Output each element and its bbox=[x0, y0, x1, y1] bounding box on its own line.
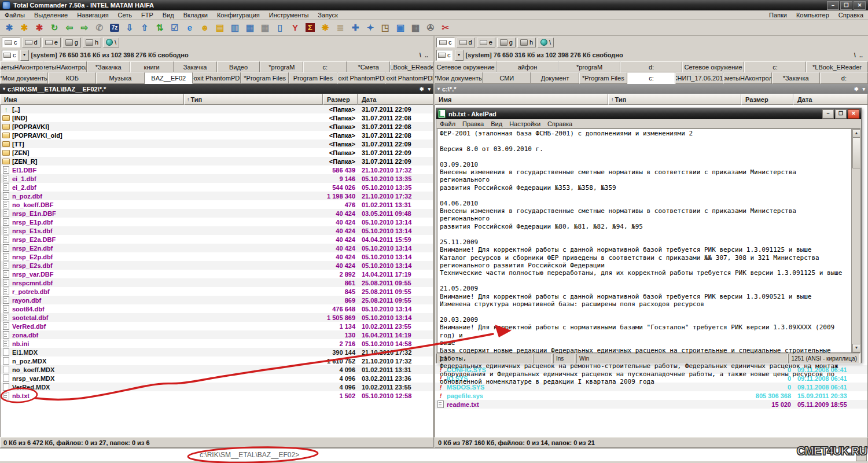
toolbar-icon[interactable]: ≣ bbox=[333, 21, 347, 35]
column-header[interactable]: Имя bbox=[0, 94, 184, 105]
menu-item[interactable]: Инструменты bbox=[264, 12, 314, 19]
folder-tab[interactable]: СНИП_17.06.2011 bbox=[675, 72, 723, 84]
window-control-button[interactable]: ❐ bbox=[840, 1, 852, 10]
toolbar-icon[interactable]: ✂ bbox=[439, 21, 453, 35]
drive-button[interactable]: e bbox=[477, 38, 495, 47]
akelpad-minimize-button[interactable]: – bbox=[822, 109, 834, 119]
file-row[interactable]: nrsp_E2p.dbf 40 424 05.10.2010 13:14 bbox=[1, 252, 433, 261]
file-row[interactable]: [ZEN_R] <Папка> 31.07.2011 22:09 bbox=[1, 157, 433, 166]
window-control-button[interactable]: – bbox=[827, 1, 839, 10]
scroll-down-icon[interactable]: ▼ bbox=[852, 344, 860, 352]
file-row[interactable]: readme.txt 15 020 05.11.2009 18:55 bbox=[435, 400, 867, 409]
file-row[interactable]: ei_2.dbf 544 026 05.10.2010 13:35 bbox=[1, 183, 433, 192]
toolbar-icon[interactable]: ▦ bbox=[409, 21, 422, 35]
folder-tab[interactable]: Foxit PhantomPDF bbox=[193, 72, 241, 84]
drive-combo[interactable]: c bbox=[436, 50, 453, 61]
drive-button[interactable]: h bbox=[517, 38, 536, 47]
toolbar-icon[interactable]: ☻ bbox=[198, 21, 212, 35]
menu-item[interactable]: Файл bbox=[436, 120, 459, 127]
menu-item[interactable]: Сеть bbox=[113, 12, 137, 19]
scrollbar-thumb[interactable] bbox=[852, 137, 860, 168]
file-row[interactable]: rayon.dbf 869 25.08.2011 09:55 bbox=[1, 296, 433, 304]
toolbar-icon[interactable]: ✆ bbox=[93, 21, 106, 35]
akelpad-scrollbar[interactable]: ▲ ▼ bbox=[851, 129, 860, 352]
path-menu-icon[interactable]: ▾ bbox=[428, 86, 431, 92]
toolbar-icon[interactable]: ✦ bbox=[363, 21, 377, 35]
file-row[interactable]: Ei1.MDX 390 144 21.10.2010 17:32 bbox=[1, 348, 433, 357]
folder-tab[interactable]: *Смета bbox=[347, 61, 390, 72]
akelpad-close-button[interactable]: ✕ bbox=[848, 109, 859, 119]
folder-tab[interactable]: *Закачка bbox=[87, 61, 130, 72]
toolbar-icon[interactable]: ✇ bbox=[424, 21, 437, 35]
drive-button[interactable]: g bbox=[497, 38, 516, 47]
drive-button[interactable]: e bbox=[42, 38, 61, 47]
menu-item[interactable]: Справка bbox=[544, 120, 576, 127]
drive-combo-caret-icon[interactable]: ▾ bbox=[455, 50, 464, 61]
folder-tab[interactable]: айфон bbox=[496, 61, 558, 72]
file-row[interactable]: nrsp_E1n.DBF 40 424 03.05.2011 09:48 bbox=[1, 209, 433, 218]
folder-tab[interactable]: КОБ bbox=[48, 72, 96, 84]
file-row[interactable]: nrsp_E2a.DBF 40 424 04.04.2011 15:59 bbox=[1, 235, 433, 244]
drive-combo-caret-icon[interactable]: ▾ bbox=[20, 50, 29, 61]
root-button[interactable]: \ bbox=[420, 52, 421, 58]
window-control-button[interactable]: ✕ bbox=[854, 1, 866, 10]
folder-tab[interactable]: СМИ bbox=[483, 72, 531, 84]
file-row[interactable]: soot84.dbf 476 648 05.10.2010 13:14 bbox=[1, 304, 433, 313]
column-header[interactable]: ↑ Тип bbox=[184, 94, 323, 105]
akelpad-titlebar[interactable]: nb.txt - AkelPad – ❐ ✕ bbox=[436, 108, 861, 119]
akelpad-maximize-button[interactable]: ❐ bbox=[835, 109, 847, 119]
file-row[interactable]: no_koeff.MDX 4 096 01.02.2011 13:31 bbox=[1, 365, 433, 374]
file-row[interactable]: r_potreb.dbf 845 25.08.2011 09:55 bbox=[1, 287, 433, 296]
column-header[interactable]: Размер bbox=[323, 94, 358, 105]
folder-tab[interactable]: *LBook_EReader bbox=[806, 61, 868, 72]
path-star-icon[interactable]: ✱ bbox=[854, 86, 859, 92]
menu-item[interactable]: Навигация bbox=[72, 12, 113, 19]
left-pathbar[interactable]: ▾ c:\RIK\SM__ETAL\BAZ__EF02\*.* ✱ ▾ bbox=[0, 84, 433, 94]
toolbar-icon[interactable]: ❋ bbox=[318, 21, 332, 35]
folder-tab[interactable]: d: bbox=[820, 72, 868, 84]
folder-tab[interactable]: Foxit PhantomPDF bbox=[337, 72, 385, 84]
file-row[interactable]: nrsp_E1s.dbf 40 424 05.10.2010 13:14 bbox=[1, 226, 433, 235]
file-row[interactable]: [TT] <Папка> 31.07.2011 22:09 bbox=[1, 139, 433, 148]
file-row[interactable]: n_poz.dbf 1 198 340 21.10.2010 17:32 bbox=[1, 192, 433, 200]
folder-tab[interactable]: сметыНАконтроле bbox=[43, 61, 87, 72]
folder-tab[interactable]: c: bbox=[627, 72, 675, 84]
drive-button[interactable]: c bbox=[436, 38, 455, 47]
file-row[interactable]: nb.ini 2 716 05.10.2010 14:58 bbox=[1, 339, 433, 348]
file-row[interactable]: zona.dbf 130 16.04.2011 14:19 bbox=[1, 330, 433, 339]
menu-item[interactable]: Справка bbox=[834, 12, 868, 19]
toolbar-icon[interactable]: e bbox=[183, 21, 197, 35]
path-dropdown-icon[interactable]: ▾ bbox=[437, 86, 440, 91]
file-row[interactable]: VerRed.dbf 1 134 10.02.2011 23:55 bbox=[1, 322, 433, 330]
file-row[interactable]: [POPRAVKI] <Папка> 31.07.2011 22:08 bbox=[1, 122, 433, 131]
folder-tab[interactable]: *сметыНАконтроле bbox=[0, 61, 43, 72]
toolbar-icon[interactable]: ▥ bbox=[228, 21, 242, 35]
toolbar-icon[interactable]: ⇨ bbox=[78, 21, 91, 35]
toolbar-icon[interactable]: ✱ bbox=[32, 21, 46, 35]
folder-tab[interactable]: *Мои документы bbox=[0, 72, 48, 84]
right-pathbar[interactable]: ▾ c:\*.* ✱ ▾ bbox=[435, 84, 868, 94]
file-row[interactable]: n_poz.MDX 1 610 752 21.10.2010 17:32 bbox=[1, 357, 433, 365]
folder-tab[interactable]: *сметыНАконтроле bbox=[723, 72, 771, 84]
drive-button[interactable]: d bbox=[22, 38, 41, 47]
menu-item[interactable]: Файлы bbox=[0, 12, 30, 19]
column-header[interactable]: Дата bbox=[793, 94, 868, 105]
root-button[interactable]: \ bbox=[854, 52, 856, 58]
file-row[interactable]: no_koeff.DBF 476 01.02.2011 13:31 bbox=[1, 200, 433, 209]
file-row[interactable]: pagefile.sys 805 306 368 15.09.2011 20:3… bbox=[435, 391, 867, 400]
drive-button[interactable]: h bbox=[83, 38, 101, 47]
folder-tab[interactable]: BAZ__EF02 bbox=[145, 72, 193, 84]
file-row[interactable]: [ZEN] <Папка> 31.07.2011 22:09 bbox=[1, 148, 433, 157]
akelpad-text[interactable]: ФЕР-2001 (эталонная база ФСНБ-2001) с до… bbox=[437, 129, 849, 386]
file-row[interactable]: nrsp_var.DBF 2 892 14.04.2011 17:19 bbox=[1, 270, 433, 278]
folder-tab[interactable]: c: bbox=[744, 61, 806, 72]
toolbar-icon[interactable]: ⇦ bbox=[62, 21, 76, 35]
toolbar-icon[interactable]: ◳ bbox=[378, 21, 392, 35]
toolbar-icon[interactable]: ▦ bbox=[258, 21, 272, 35]
folder-tab[interactable]: *prograM bbox=[558, 61, 620, 72]
toolbar-icon[interactable]: ▣ bbox=[393, 21, 407, 35]
folder-tab[interactable]: Сетевое окружение bbox=[682, 61, 744, 72]
file-row[interactable]: [POPRAVKI_old] <Папка> 31.07.2011 22:08 bbox=[1, 131, 433, 139]
toolbar-icon[interactable]: ✱ bbox=[17, 21, 31, 35]
menu-item[interactable]: Запуск bbox=[313, 12, 342, 19]
